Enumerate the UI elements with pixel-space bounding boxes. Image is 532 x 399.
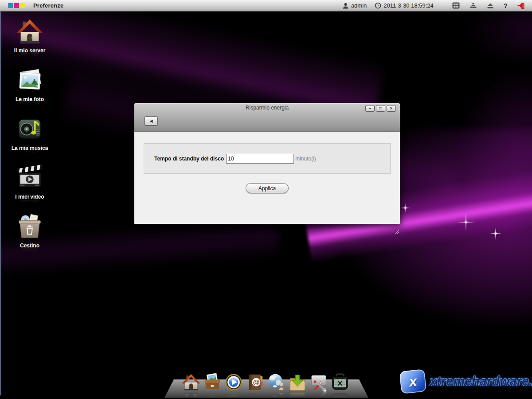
standby-field-label: Tempo di standby del disco [154,156,224,162]
dock: @ [182,373,349,391]
user-name: admin [351,2,367,9]
resize-grip[interactable] [394,229,399,234]
desktop-icon-label: La mia musica [7,145,53,151]
risparmio-energia-window: Risparmio energia – □ × ◀ Tempo di stand… [134,103,400,224]
back-button[interactable]: ◀ [145,116,158,125]
clock-display: 2011-3-30 18:59:24 [375,0,434,12]
desktop-icon-videos[interactable]: I miei video [7,164,53,200]
dock-photos-icon[interactable] [203,373,222,391]
window-body: Tempo di standby del disco minuto(i) App… [134,143,400,235]
desktop-icon-server[interactable]: Il mio server [7,18,53,54]
trash-icon [7,213,53,240]
standby-setting-panel: Tempo di standby del disco minuto(i) [144,143,391,174]
clock-icon [375,0,381,12]
dock-disk-utility-icon[interactable] [309,373,328,391]
standby-field-unit: minuto(i) [295,156,316,162]
eject-icon[interactable] [487,0,494,12]
dock-home-icon[interactable] [182,373,200,391]
minimize-button[interactable]: – [365,105,375,112]
app-title: Preferenze [33,2,63,9]
apply-button[interactable]: Applica [246,183,289,193]
dock-downloads-icon[interactable] [288,373,307,391]
watermark-x-badge: x [399,369,426,394]
dock-address-book-icon[interactable]: @ [246,373,264,391]
music-icon [7,115,53,143]
network-map-icon[interactable] [469,0,477,12]
user-icon [342,0,349,12]
home-icon [7,18,53,45]
user-menu[interactable]: admin [342,0,367,12]
sparkle [400,203,410,213]
desktop-icon-label: I miei video [7,194,53,200]
sparkle [489,227,502,240]
top-menu-bar: Preferenze admin 2011-3-30 18:59:24 ? [0,0,532,12]
screen-left-edge [0,12,1,395]
window-header[interactable]: Risparmio energia – □ × ◀ [134,103,400,132]
dock-network-icon[interactable] [267,373,286,391]
video-icon [7,164,53,192]
windows-grid-icon[interactable] [452,0,460,12]
dock-media-player-icon[interactable] [224,373,243,391]
desktop-icon-label: Le mie foto [7,96,53,102]
desktop-icon-music[interactable]: La mia musica [7,115,53,151]
svg-text:@: @ [253,378,259,386]
help-icon[interactable]: ? [504,0,508,12]
logout-icon[interactable] [517,0,525,12]
close-button[interactable]: × [387,105,396,112]
desktop-icon-label: Il mio server [7,47,53,54]
sparkle [457,213,475,231]
standby-minutes-input[interactable] [226,154,294,164]
window-title: Risparmio energia [134,105,400,111]
desktop-icon-trash[interactable]: Cestino [7,213,53,249]
watermark-text: xtremehardware.it [430,374,532,389]
dock-utilities-icon[interactable] [331,373,349,391]
desktop-icon-photos[interactable]: Le mie foto [7,66,53,102]
photos-icon [7,66,53,94]
desktop-icon-label: Cestino [7,243,53,249]
maximize-button[interactable]: □ [376,105,385,112]
site-watermark: x xtremehardware.it [400,370,532,393]
brand-logo [8,3,25,8]
datetime-text: 2011-3-30 18:59:24 [383,2,434,9]
